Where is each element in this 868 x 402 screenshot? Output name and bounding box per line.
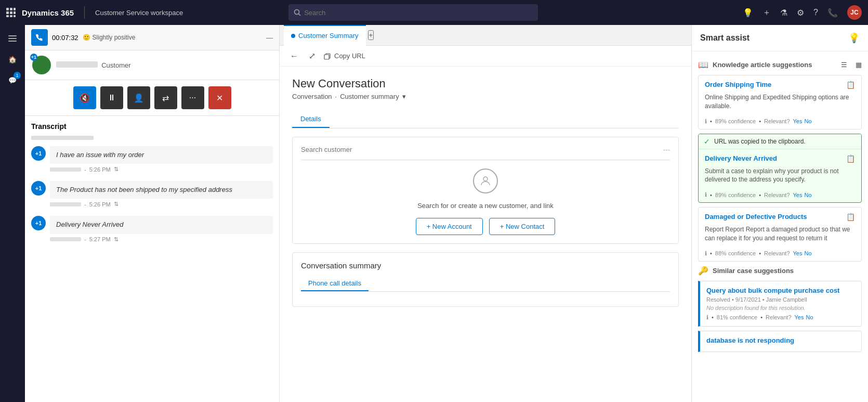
user-avatar[interactable]: JC <box>847 5 862 20</box>
customer-search-field[interactable] <box>301 146 659 153</box>
conversations-icon[interactable]: 💬 1 <box>3 71 22 89</box>
similar-card-title-1[interactable]: database is not responding <box>706 336 855 344</box>
relevant-btns-2: Yes No <box>793 250 812 256</box>
search-input[interactable] <box>304 9 533 17</box>
conversation-summary-section: Conversation summary Phone call details <box>292 252 679 307</box>
ka-card-title-2[interactable]: Damaged or Defective Products <box>705 213 807 221</box>
chevron-down-icon[interactable]: ▾ <box>402 93 406 100</box>
tab-dot <box>291 34 295 38</box>
ka-card-copy-1[interactable]: 📋 <box>846 154 855 163</box>
hold-button[interactable]: ⏸ <box>100 86 123 109</box>
apps-menu-button[interactable] <box>6 8 16 17</box>
info-icon-0: ℹ <box>705 118 707 125</box>
new-account-button[interactable]: + New Account <box>416 218 483 235</box>
workspace-label: Customer Service workspace <box>95 9 183 17</box>
smart-assist-icon[interactable]: 💡 <box>848 32 860 44</box>
translate-icon-2[interactable]: ⇅ <box>114 236 119 243</box>
transcript-blur <box>31 136 94 140</box>
transcript-title: Transcript <box>31 122 273 131</box>
global-search-bar[interactable] <box>288 4 538 21</box>
copy-url-button[interactable]: Copy URL <box>324 52 365 60</box>
relevant-label-2: Relevant? <box>764 250 790 256</box>
relevant-label-1: Relevant? <box>764 192 790 198</box>
ka-card-title-1[interactable]: Delivery Never Arrived <box>705 154 777 162</box>
minimize-button[interactable]: — <box>266 34 273 42</box>
tab-add-button[interactable]: + <box>368 30 374 40</box>
svg-rect-8 <box>14 15 16 17</box>
relevant-no-2[interactable]: No <box>805 250 812 256</box>
msg-time-val-2: 5:27 PM <box>89 236 111 242</box>
settings-icon[interactable]: ⚙ <box>797 8 804 18</box>
list-view-icon[interactable]: ☰ <box>841 61 847 69</box>
svg-point-9 <box>295 10 299 15</box>
sidebar-toggle[interactable] <box>3 29 22 48</box>
sc-no-0[interactable]: No <box>806 314 813 320</box>
msg-meta-blur-2 <box>50 237 81 241</box>
add-icon[interactable]: ＋ <box>762 7 771 18</box>
sidebar-icons: 🏠 💬 1 <box>0 25 25 402</box>
main-content: New Conversation Conversation · Customer… <box>280 67 691 402</box>
relevant-no-0[interactable]: No <box>805 118 812 124</box>
svg-line-10 <box>299 14 301 16</box>
sc-confidence-0: 81% confidence <box>717 314 757 320</box>
relevant-yes-1[interactable]: Yes <box>793 192 803 198</box>
msg-content-0: I have an issue with my order - 5:26 PM … <box>50 146 273 173</box>
similar-card-title-0[interactable]: Query about bulk compute purchase cost <box>706 287 855 294</box>
breadcrumb-summary[interactable]: Customer summary <box>340 93 399 100</box>
consult-button[interactable]: 👤 <box>127 86 150 109</box>
relevant-no-1[interactable]: No <box>805 192 812 198</box>
call-indicator <box>31 29 48 46</box>
call-timer: 00:07:32 <box>52 34 78 42</box>
ka-card-2: Damaged or Defective Products 📋 Report R… <box>698 207 862 262</box>
center-panel: Customer Summary + ← ⤢ Copy URL New Conv… <box>280 25 691 402</box>
ka-card-copy-0[interactable]: 📋 <box>846 81 855 89</box>
svg-rect-11 <box>8 35 17 36</box>
knowledge-section-title: Knowledge article suggestions <box>713 61 812 69</box>
translate-icon-0[interactable]: ⇅ <box>114 166 119 173</box>
lightbulb-icon[interactable]: 💡 <box>743 8 753 18</box>
customer-label: Customer <box>101 61 130 69</box>
relevant-yes-2[interactable]: Yes <box>793 250 803 256</box>
filter-icon[interactable]: ⚗ <box>780 8 787 18</box>
sc-relevant-btns-0: Yes No <box>795 314 813 320</box>
customer-search-input: --- <box>301 146 670 160</box>
ka-card-header-0: Order Shipping Time 📋 <box>699 75 861 91</box>
relevant-yes-0[interactable]: Yes <box>793 118 803 124</box>
tab-customer-summary[interactable]: Customer Summary <box>284 25 366 46</box>
msg-meta-blur-0 <box>50 167 81 172</box>
home-icon[interactable]: 🏠 <box>3 50 22 69</box>
grid-view-icon[interactable]: ▦ <box>856 61 862 69</box>
end-call-button[interactable]: ✕ <box>208 86 231 109</box>
transfer-button[interactable]: ⇄ <box>154 86 177 109</box>
msg-bubble-2: Delivery Never Arrived <box>50 216 273 234</box>
copy-url-label: Copy URL <box>334 52 365 60</box>
tab-details[interactable]: Details <box>292 111 330 128</box>
right-panel: Smart assist 💡 📖 Knowledge article sugge… <box>691 25 868 402</box>
new-contact-button[interactable]: + New Contact <box>489 218 556 235</box>
customer-empty-text: Search for or create a new customer, and… <box>417 202 554 210</box>
msg-meta-blur-1 <box>50 202 81 206</box>
tab-bar: Customer Summary + <box>280 25 691 46</box>
mute-button[interactable]: 🔇 <box>73 86 96 109</box>
more-button[interactable]: ··· <box>181 86 204 109</box>
expand-button[interactable]: ⤢ <box>307 49 318 63</box>
help-icon[interactable]: ? <box>813 8 818 17</box>
phone-call-details-tab[interactable]: Phone call details <box>301 276 369 291</box>
ka-card-body-1: Submit a case to explain why your produc… <box>699 165 861 189</box>
breadcrumb-conversation[interactable]: Conversation <box>292 93 332 100</box>
phone-icon[interactable]: 📞 <box>827 8 838 18</box>
ka-card-copy-2[interactable]: 📋 <box>846 213 855 221</box>
sc-yes-0[interactable]: Yes <box>795 314 804 320</box>
knowledge-section-header: 📖 Knowledge article suggestions ☰ ▦ <box>698 60 862 70</box>
top-navigation: Dynamics 365 Customer Service workspace … <box>0 0 868 25</box>
msg-time-sep-2: - <box>84 236 86 242</box>
translate-icon-1[interactable]: ⇅ <box>114 201 119 208</box>
sentiment-label: Slightly positive <box>93 34 136 41</box>
customer-avatar: +1 <box>32 56 51 74</box>
nav-divider <box>84 6 85 19</box>
ka-card-title-0[interactable]: Order Shipping Time <box>705 81 771 88</box>
ka-card-header-1: Delivery Never Arrived 📋 <box>699 149 861 165</box>
customer-card: +1 Customer <box>25 50 279 80</box>
back-button[interactable]: ← <box>288 49 300 63</box>
msg-content-1: The Product has not been shipped to my s… <box>50 181 273 208</box>
